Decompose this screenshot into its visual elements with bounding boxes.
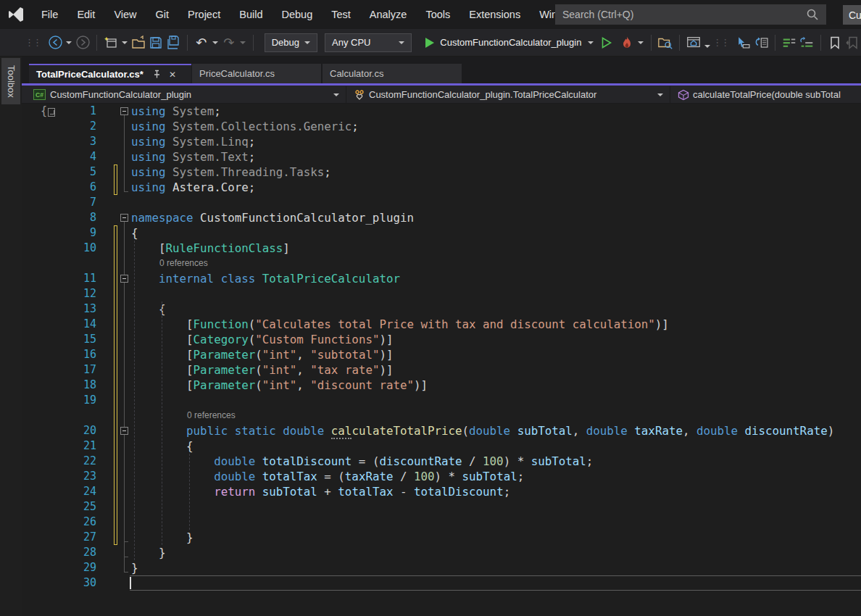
- project-dropdown[interactable]: C# CustomFunctionCalculator_plugin: [29, 86, 346, 103]
- redo-button[interactable]: ↷: [221, 33, 237, 52]
- tab-calculator[interactable]: Calculator.cs: [323, 64, 462, 83]
- code-editor[interactable]: { 1using System;2using System.Collection…: [22, 104, 861, 616]
- line-number[interactable]: 11: [62, 271, 96, 286]
- line-number[interactable]: 10: [62, 241, 96, 256]
- code-line[interactable]: [RuleFunctionClass]: [131, 241, 290, 256]
- code-line[interactable]: [Function("Calculates total Price with t…: [131, 317, 669, 332]
- line-number[interactable]: 3: [62, 134, 96, 149]
- menu-view[interactable]: View: [104, 0, 146, 29]
- line-number[interactable]: 2: [62, 119, 96, 134]
- previous-bookmark-button[interactable]: [844, 33, 860, 52]
- search-input[interactable]: Search (Ctrl+Q): [555, 4, 826, 25]
- tab-pricecalculator[interactable]: PriceCalculator.cs: [192, 64, 321, 83]
- menu-test[interactable]: Test: [322, 0, 360, 29]
- open-file-button[interactable]: [130, 33, 146, 52]
- solution-explorer-home-button[interactable]: [686, 33, 702, 52]
- code-suggestion-margin-icon[interactable]: {: [41, 104, 55, 117]
- menu-tools[interactable]: Tools: [416, 0, 459, 29]
- collapse-region-button[interactable]: [120, 214, 128, 222]
- document-outline-button[interactable]: [753, 33, 770, 52]
- menu-extensions[interactable]: Extensions: [459, 0, 530, 29]
- line-number[interactable]: 8: [62, 210, 96, 225]
- find-in-files-button[interactable]: [657, 33, 673, 52]
- comment-lines-button[interactable]: [781, 33, 797, 52]
- uncomment-lines-button[interactable]: [799, 33, 815, 52]
- line-number[interactable]: 20: [62, 423, 96, 438]
- line-number[interactable]: 30: [62, 575, 96, 591]
- solution-platform-dropdown[interactable]: Any CPU: [325, 33, 412, 52]
- menu-analyze[interactable]: Analyze: [360, 0, 417, 29]
- code-line[interactable]: using System.Threading.Tasks;: [131, 165, 331, 180]
- undo-caret-icon[interactable]: [212, 41, 218, 44]
- back-dropdown-caret-icon[interactable]: [66, 41, 72, 44]
- code-line[interactable]: }: [131, 560, 138, 575]
- line-number[interactable]: 4: [62, 149, 96, 165]
- type-dropdown[interactable]: CustomFunctionCalculator_plugin.TotalPri…: [349, 86, 670, 103]
- collapse-region-button[interactable]: [120, 427, 128, 435]
- new-project-button[interactable]: ✦: [103, 33, 119, 52]
- code-line[interactable]: }: [131, 545, 166, 560]
- sync-with-active-document-button[interactable]: [735, 33, 752, 52]
- line-number[interactable]: 17: [62, 362, 96, 378]
- codelens-references[interactable]: 0 references: [187, 408, 236, 423]
- line-number[interactable]: 9: [62, 225, 96, 241]
- code-line[interactable]: namespace CustomFunctionCalculator_plugi…: [131, 210, 414, 225]
- line-number[interactable]: 7: [62, 195, 96, 210]
- account-badge[interactable]: Cu: [843, 5, 861, 25]
- code-line[interactable]: double totalTax = (taxRate / 100) * subT…: [131, 469, 524, 484]
- hot-reload-caret-icon[interactable]: [638, 41, 644, 44]
- toolbox-tab[interactable]: Toolbox: [1, 58, 20, 104]
- menu-project[interactable]: Project: [178, 0, 230, 29]
- navigate-forward-button[interactable]: [75, 33, 91, 52]
- hot-reload-button[interactable]: [619, 33, 635, 52]
- line-number[interactable]: 18: [62, 378, 96, 393]
- toggle-bookmark-button[interactable]: [827, 33, 843, 52]
- line-number[interactable]: 14: [62, 317, 96, 332]
- codelens-references[interactable]: 0 references: [159, 256, 208, 271]
- tab-totalpricecalculator[interactable]: TotalPriceCalculator.cs* ✕: [29, 64, 191, 83]
- toolbar-drag-handle-icon[interactable]: ⋮⋮: [712, 37, 728, 48]
- new-project-caret-icon[interactable]: [122, 41, 128, 44]
- start-without-debugging-button[interactable]: [599, 33, 615, 52]
- save-button[interactable]: [148, 33, 164, 52]
- code-line[interactable]: [Parameter("int", "tax rate")]: [131, 362, 393, 378]
- line-number[interactable]: 13: [62, 301, 96, 317]
- line-number[interactable]: 16: [62, 347, 96, 362]
- pin-icon[interactable]: [152, 70, 162, 79]
- code-line[interactable]: return subTotal + totalTax - totalDiscou…: [131, 484, 510, 499]
- code-line[interactable]: double totalDiscount = (discountRate / 1…: [131, 454, 593, 469]
- line-number[interactable]: 28: [62, 545, 96, 560]
- line-number[interactable]: 27: [62, 530, 96, 545]
- line-number[interactable]: 23: [62, 469, 96, 484]
- start-debugging-button[interactable]: CustomFunctionCalculator_plugin: [424, 36, 596, 49]
- code-line[interactable]: [Parameter("int", "subtotal")]: [131, 347, 393, 362]
- line-number[interactable]: 5: [62, 165, 96, 180]
- member-dropdown[interactable]: calculateTotalPrice(double subTotal: [673, 86, 861, 103]
- code-line[interactable]: internal class TotalPriceCalculator: [131, 271, 400, 286]
- line-number[interactable]: 19: [62, 393, 96, 408]
- start-caret-icon[interactable]: [588, 41, 594, 44]
- menu-build[interactable]: Build: [230, 0, 272, 29]
- menu-debug[interactable]: Debug: [272, 0, 322, 29]
- line-number[interactable]: 15: [62, 332, 96, 347]
- solution-explorer-caret-icon[interactable]: [704, 45, 710, 48]
- code-line[interactable]: {: [131, 225, 138, 241]
- menu-file[interactable]: File: [32, 0, 67, 29]
- collapse-region-button[interactable]: [120, 275, 128, 283]
- menu-git[interactable]: Git: [146, 0, 179, 29]
- code-line[interactable]: {: [131, 301, 166, 317]
- line-number[interactable]: 24: [62, 484, 96, 499]
- code-line[interactable]: [Parameter("int", "discount rate")]: [131, 378, 428, 393]
- line-number[interactable]: 22: [62, 454, 96, 469]
- code-line[interactable]: using System.Linq;: [131, 134, 255, 149]
- collapse-region-button[interactable]: [120, 107, 128, 115]
- code-line[interactable]: using System.Text;: [131, 149, 255, 165]
- menu-edit[interactable]: Edit: [67, 0, 104, 29]
- line-number[interactable]: 6: [62, 180, 96, 195]
- code-line[interactable]: public static double calculateTotalPrice…: [131, 423, 834, 438]
- undo-button[interactable]: ↶: [194, 33, 209, 52]
- line-number[interactable]: 12: [62, 286, 96, 301]
- toolbar-drag-handle-icon[interactable]: ⋮⋮: [25, 37, 41, 48]
- line-number[interactable]: 26: [62, 515, 96, 530]
- line-number[interactable]: 21: [62, 438, 96, 454]
